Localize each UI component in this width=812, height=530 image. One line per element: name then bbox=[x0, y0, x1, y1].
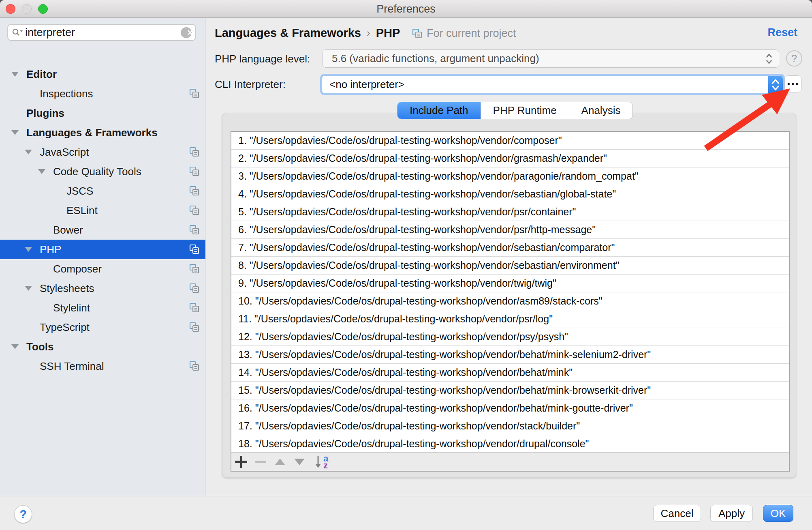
include-path-row[interactable]: 13. "/Users/opdavies/Code/os/drupal-test… bbox=[231, 346, 789, 364]
sidebar-item-plugins[interactable]: Plugins bbox=[0, 103, 205, 123]
sidebar-item-typescript[interactable]: TypeScript bbox=[0, 318, 205, 337]
settings-search-field[interactable] bbox=[7, 24, 196, 41]
move-down-button[interactable] bbox=[290, 452, 309, 472]
include-path-row[interactable]: 3. "/Users/opdavies/Code/os/drupal-testi… bbox=[231, 167, 789, 185]
language-level-help-icon[interactable]: ? bbox=[786, 50, 802, 67]
sidebar-item-label: Inspections bbox=[40, 88, 93, 100]
expand-arrow-icon[interactable] bbox=[38, 169, 45, 174]
sidebar-item-editor[interactable]: Editor bbox=[0, 64, 205, 84]
reset-link[interactable]: Reset bbox=[767, 26, 797, 39]
language-level-select[interactable]: 5.6 (variadic functions, argument unpack… bbox=[323, 49, 779, 68]
sidebar-item-label: JSCS bbox=[66, 185, 93, 197]
per-project-settings-icon[interactable] bbox=[189, 205, 200, 219]
minimize-window-button[interactable] bbox=[22, 4, 32, 14]
cancel-button[interactable]: Cancel bbox=[653, 505, 701, 522]
per-project-settings-icon[interactable] bbox=[189, 88, 200, 102]
sidebar-item-composer[interactable]: Composer bbox=[0, 259, 205, 279]
include-path-row[interactable]: 18. "/Users/opdavies/Code/os/drupal-test… bbox=[231, 435, 789, 453]
sidebar-item-php[interactable]: PHP bbox=[0, 240, 205, 259]
sidebar-item-code-quality-tools[interactable]: Code Quality Tools bbox=[0, 162, 205, 181]
ok-button[interactable]: OK bbox=[763, 505, 793, 522]
sidebar-item-stylelint[interactable]: Stylelint bbox=[0, 298, 205, 318]
expand-arrow-icon[interactable] bbox=[11, 130, 19, 135]
settings-sidebar: EditorInspectionsPluginsLanguages & Fram… bbox=[0, 18, 205, 496]
breadcrumb-separator-icon: › bbox=[367, 27, 370, 39]
per-project-settings-icon[interactable] bbox=[189, 185, 200, 199]
sidebar-item-bower[interactable]: Bower bbox=[0, 220, 205, 240]
sidebar-item-tools[interactable]: Tools bbox=[0, 337, 205, 356]
breadcrumb-section[interactable]: Languages & Frameworks bbox=[215, 26, 361, 40]
per-project-settings-icon[interactable] bbox=[189, 263, 200, 277]
include-path-row[interactable]: 8. "/Users/opdavies/Code/os/drupal-testi… bbox=[231, 257, 789, 275]
expand-arrow-icon[interactable] bbox=[25, 247, 32, 252]
include-path-row[interactable]: 15. "/Users/opdavies/Code/os/drupal-test… bbox=[231, 382, 789, 399]
cli-interpreter-stepper-icon[interactable] bbox=[768, 76, 783, 93]
settings-tree: EditorInspectionsPluginsLanguages & Fram… bbox=[0, 47, 205, 493]
per-project-settings-icon[interactable] bbox=[189, 224, 200, 238]
tab-php-runtime[interactable]: PHP Runtime bbox=[481, 102, 569, 119]
sidebar-item-eslint[interactable]: ESLint bbox=[0, 201, 205, 220]
include-path-row[interactable]: 2. "/Users/opdavies/Code/os/drupal-testi… bbox=[231, 150, 789, 167]
sidebar-item-inspections[interactable]: Inspections bbox=[0, 84, 205, 103]
zoom-window-button[interactable] bbox=[38, 4, 48, 14]
scope-indicator[interactable]: For current project bbox=[412, 27, 516, 40]
sidebar-item-label: Languages & Frameworks bbox=[26, 127, 158, 139]
sidebar-item-label: Stylelint bbox=[53, 302, 90, 314]
expand-arrow-icon[interactable] bbox=[11, 72, 19, 77]
tab-include-path[interactable]: Include Path bbox=[397, 102, 481, 119]
apply-button[interactable]: Apply bbox=[710, 505, 753, 522]
include-path-row[interactable]: 1. "/Users/opdavies/Code/os/drupal-testi… bbox=[231, 132, 789, 150]
include-path-panel: 1. "/Users/opdavies/Code/os/drupal-testi… bbox=[222, 113, 796, 478]
cli-interpreter-value: <no interpreter> bbox=[329, 78, 404, 91]
sidebar-item-languages-frameworks[interactable]: Languages & Frameworks bbox=[0, 123, 205, 142]
sidebar-item-ssh-terminal[interactable]: SSH Terminal bbox=[0, 356, 205, 376]
per-project-settings-icon[interactable] bbox=[189, 302, 200, 316]
include-path-row[interactable]: 5. "/Users/opdavies/Code/os/drupal-testi… bbox=[231, 203, 789, 221]
clear-search-icon[interactable] bbox=[181, 27, 192, 38]
remove-path-button[interactable] bbox=[251, 452, 270, 472]
per-project-settings-icon[interactable] bbox=[189, 360, 200, 374]
include-path-row[interactable]: 6. "/Users/opdavies/Code/os/drupal-testi… bbox=[231, 221, 789, 239]
expand-arrow-icon[interactable] bbox=[25, 150, 32, 154]
language-level-stepper-icon[interactable] bbox=[763, 51, 776, 66]
per-project-settings-icon[interactable] bbox=[189, 322, 200, 335]
window-title: Preferences bbox=[0, 0, 812, 18]
browse-interpreter-button[interactable]: ... bbox=[784, 75, 801, 92]
sidebar-item-javascript[interactable]: JavaScript bbox=[0, 142, 205, 162]
language-level-label: PHP language level: bbox=[215, 53, 310, 65]
search-input[interactable] bbox=[24, 26, 181, 39]
add-path-button[interactable] bbox=[231, 452, 251, 472]
close-window-button[interactable] bbox=[6, 4, 15, 14]
sidebar-item-label: Tools bbox=[26, 341, 53, 353]
cli-interpreter-select[interactable]: <no interpreter> bbox=[322, 76, 783, 93]
sidebar-item-label: JavaScript bbox=[40, 146, 89, 159]
per-project-settings-icon[interactable] bbox=[189, 146, 200, 160]
include-path-row[interactable]: 16. "/Users/opdavies/Code/os/drupal-test… bbox=[231, 399, 789, 417]
include-path-row[interactable]: 11. "/Users/opdavies/Code/os/drupal-test… bbox=[231, 310, 789, 328]
include-path-row[interactable]: 14. "/Users/opdavies/Code/os/drupal-test… bbox=[231, 364, 789, 382]
per-project-settings-icon[interactable] bbox=[189, 283, 200, 296]
tab-analysis[interactable]: Analysis bbox=[569, 102, 633, 119]
include-path-row[interactable]: 17. "/Users/opdavies/Code/os/drupal-test… bbox=[231, 417, 789, 435]
sidebar-item-jscs[interactable]: JSCS bbox=[0, 181, 205, 201]
expand-arrow-icon[interactable] bbox=[11, 344, 19, 349]
sort-alphabetically-button[interactable]: a z bbox=[309, 452, 334, 472]
list-toolbar: a z bbox=[231, 452, 790, 472]
per-project-settings-icon[interactable] bbox=[189, 244, 200, 257]
title-bar: Preferences bbox=[0, 0, 812, 18]
sidebar-item-stylesheets[interactable]: Stylesheets bbox=[0, 279, 205, 298]
include-path-row[interactable]: 7. "/Users/opdavies/Code/os/drupal-testi… bbox=[231, 239, 789, 257]
sidebar-item-label: Composer bbox=[53, 263, 102, 275]
sidebar-item-label: TypeScript bbox=[40, 321, 90, 334]
include-path-row[interactable]: 4. "/Users/opdavies/Code/os/drupal-testi… bbox=[231, 185, 789, 203]
help-button[interactable]: ? bbox=[14, 505, 32, 523]
per-project-settings-icon[interactable] bbox=[189, 166, 200, 180]
breadcrumb: Languages & Frameworks › PHP bbox=[215, 26, 400, 40]
include-path-row[interactable]: 10. "/Users/opdavies/Code/os/drupal-test… bbox=[231, 292, 789, 310]
include-path-row[interactable]: 12. "/Users/opdavies/Code/os/drupal-test… bbox=[231, 328, 789, 346]
preferences-window: Preferences EditorInspectionsPluginsLang… bbox=[0, 0, 812, 530]
expand-arrow-icon[interactable] bbox=[25, 286, 32, 291]
move-up-button[interactable] bbox=[270, 452, 290, 472]
search-icon bbox=[12, 28, 23, 37]
include-path-row[interactable]: 9. "/Users/opdavies/Code/os/drupal-testi… bbox=[231, 275, 789, 292]
